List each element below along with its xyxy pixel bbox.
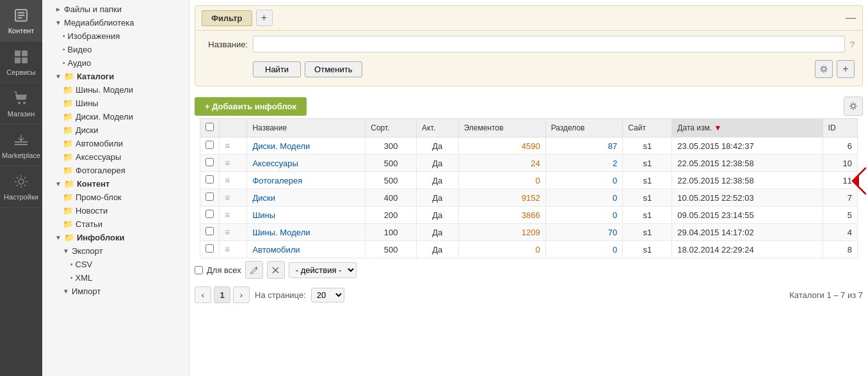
tree-item-tires-models[interactable]: 📁 Шины. Модели [42, 83, 189, 97]
tree-item-files[interactable]: ► Файлы и папки [42, 3, 189, 16]
row-name-link[interactable]: Диски. Модели [252, 141, 310, 151]
row-sections-link[interactable]: 0 [613, 193, 617, 203]
row-checkbox[interactable] [205, 175, 214, 184]
row-elements-link[interactable]: 1209 [522, 228, 540, 237]
row-drag-handle[interactable]: ≡ [220, 172, 247, 189]
filter-tab[interactable]: Фильтр [202, 10, 252, 26]
edit-selected-button[interactable] [245, 261, 263, 279]
tree-item-accessories[interactable]: 📁 Аксессуары [42, 150, 189, 164]
row-drag-handle[interactable]: ≡ [220, 224, 247, 241]
row-name-link[interactable]: Шины. Модели [252, 228, 310, 237]
tree-item-promo[interactable]: 📁 Промо-блок [42, 191, 189, 204]
row-elements-link[interactable]: 0 [535, 176, 540, 185]
filter-cancel-button[interactable]: Отменить [305, 61, 362, 77]
tree-item-video[interactable]: • Видео [42, 43, 189, 56]
drag-handle-icon[interactable]: ≡ [225, 175, 230, 185]
tree-item-import[interactable]: ▼ Импорт [42, 285, 189, 298]
tree-item-discs[interactable]: 📁 Диски [42, 123, 189, 137]
select-all-checkbox[interactable] [205, 123, 214, 131]
th-select-all[interactable] [200, 119, 220, 137]
tree-item-content[interactable]: ▼ 📁 Контент [42, 177, 189, 191]
tree-item-tires[interactable]: 📁 Шины [42, 97, 189, 110]
th-sort[interactable]: Сорт. [366, 119, 417, 137]
tree-item-images[interactable]: • Изображения [42, 29, 189, 43]
filter-name-input[interactable] [253, 36, 845, 52]
filter-minimize-button[interactable]: — [846, 12, 856, 24]
table-settings-gear[interactable] [844, 97, 863, 116]
row-checkbox[interactable] [205, 210, 214, 218]
sidebar-item-services[interactable]: Сервисы [0, 42, 42, 83]
filter-help-icon[interactable]: ? [850, 40, 855, 49]
tree-item-csv[interactable]: • CSV [42, 258, 189, 271]
row-checkbox[interactable] [205, 227, 214, 235]
row-drag-handle[interactable]: ≡ [220, 155, 247, 172]
row-elements-link[interactable]: 3866 [522, 210, 540, 220]
tree-item-articles[interactable]: 📁 Статьи [42, 217, 189, 231]
row-checkbox[interactable] [205, 158, 214, 166]
row-name-link[interactable]: Аксессуары [252, 159, 298, 168]
filter-add-button[interactable]: + [256, 10, 273, 26]
row-sections-link[interactable]: 70 [608, 228, 617, 237]
filter-plus-button[interactable]: + [837, 60, 855, 78]
tree-item-gallery[interactable]: 📁 Фотогалерея [42, 164, 189, 177]
delete-selected-button[interactable] [267, 261, 285, 279]
actions-select[interactable]: - действия - [289, 262, 357, 278]
tree-item-export[interactable]: ▼ Экспорт [42, 244, 189, 258]
filter-find-button[interactable]: Найти [253, 61, 301, 77]
sidebar-item-shop[interactable]: Магазин [0, 83, 42, 125]
row-elements-link[interactable]: 24 [531, 159, 540, 168]
folder-icon-promo: 📁 [63, 192, 73, 202]
row-elements-link[interactable]: 9152 [522, 193, 540, 203]
current-page-button[interactable]: 1 [214, 286, 230, 303]
th-elements[interactable]: Элементов [458, 119, 545, 137]
th-name[interactable]: Название [247, 119, 366, 137]
tree-item-catalogs[interactable]: ▼ 📁 Каталоги [42, 70, 189, 83]
sidebar-item-marketplace[interactable]: Marketplace [0, 125, 42, 166]
row-sections-link[interactable]: 0 [613, 176, 617, 185]
row-name-link[interactable]: Автомобили [252, 245, 300, 255]
th-date[interactable]: Дата изм. ▼ [672, 119, 823, 137]
row-elements-link[interactable]: 4590 [522, 141, 540, 151]
row-name: Диски [247, 189, 366, 207]
for-all-checkbox[interactable] [195, 266, 203, 274]
tree-item-discs-models[interactable]: 📁 Диски. Модели [42, 110, 189, 123]
row-drag-handle[interactable]: ≡ [220, 189, 247, 207]
th-sections[interactable]: Разделов [545, 119, 623, 137]
tree-item-cars[interactable]: 📁 Автомобили [42, 137, 189, 150]
tree-item-xml[interactable]: • XML [42, 271, 189, 285]
row-checkbox[interactable] [205, 244, 214, 253]
drag-handle-icon[interactable]: ≡ [225, 192, 230, 203]
row-drag-handle[interactable]: ≡ [220, 241, 247, 258]
row-checkbox[interactable] [205, 192, 214, 201]
row-sections-link[interactable]: 2 [613, 159, 617, 168]
sidebar-item-settings[interactable]: Настройки [0, 166, 42, 208]
th-site[interactable]: Сайт [623, 119, 672, 137]
drag-handle-icon[interactable]: ≡ [225, 244, 230, 255]
th-active[interactable]: Акт. [417, 119, 458, 137]
row-sections-link[interactable]: 0 [613, 245, 617, 255]
sidebar-item-content[interactable]: Контент [0, 0, 42, 42]
tree-item-media[interactable]: ▼ Медиабиблиотека [42, 16, 189, 29]
row-drag-handle[interactable]: ≡ [220, 207, 247, 224]
tree-item-news[interactable]: 📁 Новости [42, 204, 189, 217]
row-name-link[interactable]: Диски [252, 193, 275, 203]
drag-handle-icon[interactable]: ≡ [225, 210, 230, 220]
add-infoblock-button[interactable]: + Добавить инфоблок [195, 97, 307, 116]
drag-handle-icon[interactable]: ≡ [225, 227, 230, 237]
row-name-link[interactable]: Шины [252, 210, 275, 220]
tree-item-audio[interactable]: • Аудио [42, 56, 189, 70]
tree-item-infoblocks[interactable]: ▼ 📁 Инфоблоки [42, 231, 189, 244]
drag-handle-icon[interactable]: ≡ [225, 158, 230, 168]
prev-page-button[interactable]: ‹ [195, 286, 211, 303]
row-drag-handle[interactable]: ≡ [220, 137, 247, 155]
row-checkbox[interactable] [205, 141, 214, 149]
drag-handle-icon[interactable]: ≡ [225, 141, 230, 151]
row-name-link[interactable]: Фотогалерея [252, 176, 302, 185]
row-elements-link[interactable]: 0 [535, 245, 540, 255]
th-id[interactable]: ID [823, 119, 857, 137]
row-sections-link[interactable]: 87 [608, 141, 617, 151]
filter-gear-button[interactable] [815, 60, 833, 78]
row-sections-link[interactable]: 0 [613, 210, 617, 220]
per-page-select[interactable]: 20 50 100 [311, 288, 344, 302]
next-page-button[interactable]: › [233, 286, 250, 303]
